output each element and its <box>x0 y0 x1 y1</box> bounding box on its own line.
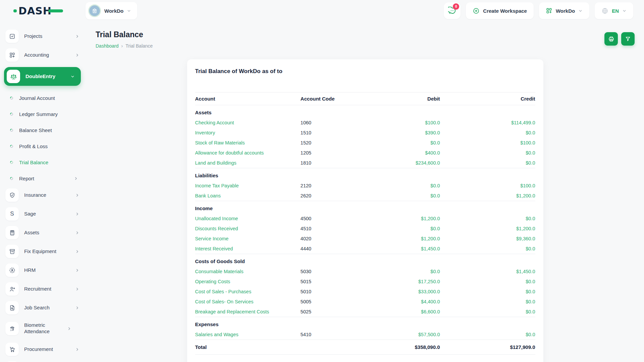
account-link[interactable]: Allowance for doubtful accounts <box>195 150 264 156</box>
account-link[interactable]: Salaries and Wages <box>195 332 238 337</box>
sidebar-item-job-search[interactable]: Job Search <box>5 301 81 314</box>
table-row: Consumable Materials 5030 $0.0 $1,450.0 <box>195 266 535 277</box>
sidebar-item-fix-equipment[interactable]: Fix Equipment <box>5 245 81 258</box>
workspace-selector[interactable]: WorkDo <box>86 2 137 19</box>
column-debit: Debit <box>399 93 440 105</box>
account-link[interactable]: Stock of Raw Materials <box>195 140 245 145</box>
account-code-cell: 5410 <box>301 329 399 340</box>
account-code-cell: 4510 <box>301 224 399 234</box>
table-row: Stock of Raw Materials 1520 $0.0 $100.0 <box>195 138 535 148</box>
section-header: Liabilities <box>195 168 535 181</box>
cart-icon <box>5 343 19 356</box>
table-row: Cost of Sales - Purchases 5010 $33,000.0… <box>195 287 535 297</box>
sidebar-item-procurement[interactable]: Procurement <box>5 343 81 356</box>
chevron-right-icon <box>75 287 79 291</box>
sidebar: Projects Accounting DoubleEntry <box>0 21 86 362</box>
debit-cell: $33,000.0 <box>399 287 440 297</box>
chevron-down-icon <box>622 9 627 13</box>
debit-cell: $100.0 <box>399 118 440 128</box>
user-plus-icon <box>5 282 19 296</box>
account-link[interactable]: Service Income <box>195 236 229 241</box>
debit-cell: $400.0 <box>399 148 440 158</box>
chevron-right-icon <box>75 53 79 57</box>
logo-accent-dash <box>48 9 63 12</box>
bullet-icon <box>9 160 14 165</box>
grid-plus-icon <box>546 7 552 14</box>
section-header: Costs of Goods Sold <box>195 254 535 267</box>
sidebar-item-projects[interactable]: Projects <box>5 29 81 43</box>
credit-cell: $9,360.0 <box>440 234 535 244</box>
sidebar-item-accounting[interactable]: Accounting <box>5 48 81 62</box>
notification-count-badge: 0 <box>453 3 459 10</box>
credit-cell: $0.0 <box>440 277 535 287</box>
sidebar-item-sage[interactable]: S Sage <box>5 207 81 221</box>
chevron-down-icon <box>127 9 131 13</box>
sidebar-item-insurance[interactable]: Insurance <box>5 188 81 202</box>
chevron-down-icon <box>578 9 583 13</box>
chevron-right-icon <box>75 193 79 197</box>
table-row: Discounts Received 4510 $0.0 $1,200.0 <box>195 224 535 234</box>
account-code-cell: 5025 <box>301 307 399 317</box>
account-link[interactable]: Cost of Sales- On Services <box>195 299 254 304</box>
account-link[interactable]: Breakage and Replacement Costs <box>195 309 269 314</box>
credit-cell: $0.0 <box>440 214 535 224</box>
credit-cell: $1,200.0 <box>440 224 535 234</box>
total-debit: $358,090.0 <box>399 340 440 355</box>
sidebar-item-doubleentry[interactable]: DoubleEntry <box>4 67 81 86</box>
sidebar-item-report[interactable]: Report <box>5 170 81 186</box>
account-link[interactable]: Land and Buildings <box>195 160 236 166</box>
account-code-cell: 4020 <box>301 234 399 244</box>
account-link[interactable]: Operating Costs <box>195 279 230 284</box>
sidebar-item-profit-loss[interactable]: Profit & Loss <box>5 138 81 154</box>
account-code-cell: 1810 <box>301 158 399 168</box>
sidebar-item-trial-balance[interactable]: Trial Balance <box>5 154 81 170</box>
create-workspace-button[interactable]: Create Workspace <box>466 2 534 19</box>
section-costs-of-goods-sold: Costs of Goods Sold Consumable Materials… <box>195 254 535 317</box>
notifications-button[interactable]: 0 <box>444 2 461 19</box>
credit-cell: $0.0 <box>440 158 535 168</box>
sidebar-item-recruitment[interactable]: Recruitment <box>5 282 81 296</box>
language-selector[interactable]: EN <box>595 2 633 19</box>
chevron-down-icon <box>70 74 75 79</box>
account-link[interactable]: Inventory <box>195 130 215 135</box>
sidebar-item-balance-sheet[interactable]: Balance Sheet <box>5 122 81 138</box>
checkbox-icon <box>5 29 19 43</box>
file-search-icon <box>5 301 19 314</box>
person-dashed-circle-icon <box>5 263 19 277</box>
sidebar-item-hrm[interactable]: HRM <box>5 263 81 277</box>
breadcrumb-dashboard-link[interactable]: Dashboard <box>96 43 119 49</box>
table-row: Allowance for doubtful accounts 1205 $40… <box>195 148 535 158</box>
chevron-right-icon <box>74 176 78 181</box>
workspace-menu-label: WorkDo <box>556 8 575 14</box>
breadcrumb-current: Trial Balance <box>125 43 153 49</box>
sidebar-item-ledger-summary[interactable]: Ledger Summary <box>5 106 81 122</box>
account-link[interactable]: Discounts Received <box>195 226 238 231</box>
workspace-menu-button[interactable]: WorkDo <box>539 2 589 19</box>
section-header: Assets <box>195 105 535 118</box>
filter-button[interactable] <box>621 32 635 46</box>
account-link[interactable]: Checking Account <box>195 120 234 125</box>
total-row: Total $358,090.0 $127,909.0 <box>195 340 535 355</box>
account-link[interactable]: Income Tax Payable <box>195 183 239 188</box>
workspace-avatar <box>88 4 101 17</box>
account-link[interactable]: Consumable Materials <box>195 269 244 274</box>
credit-cell: $1,450.0 <box>440 266 535 277</box>
sidebar-item-biometric-attendance[interactable]: Biometric Attendance <box>5 320 81 337</box>
account-link[interactable]: Bank Loans <box>195 193 221 198</box>
brand-logo[interactable]: DASH <box>13 5 86 17</box>
account-link[interactable]: Cost of Sales - Purchases <box>195 289 252 294</box>
trial-balance-card: Trial Balance of WorkDo as of to Account… <box>187 59 543 362</box>
section-liabilities: Liabilities Income Tax Payable 2120 $0.0… <box>195 168 535 201</box>
table-row: Operating Costs 5015 $17,250.0 $0.0 <box>195 277 535 287</box>
print-button[interactable] <box>604 32 618 46</box>
account-link[interactable]: Unallocated Income <box>195 216 238 221</box>
sidebar-item-assets[interactable]: Assets <box>5 226 81 239</box>
sidebar-item-journal-account[interactable]: Journal Account <box>5 90 81 106</box>
credit-cell: $1,200.0 <box>440 191 535 201</box>
main-content: Trial Balance Dashboard › Trial Balance … <box>86 21 644 362</box>
account-link[interactable]: Interest Received <box>195 246 233 251</box>
debit-cell: $0.0 <box>399 138 440 148</box>
debit-cell: $0.0 <box>399 224 440 234</box>
topbar: DASH WorkDo 0 Create Workspace <box>0 0 644 21</box>
credit-cell: $0.0 <box>440 244 535 254</box>
